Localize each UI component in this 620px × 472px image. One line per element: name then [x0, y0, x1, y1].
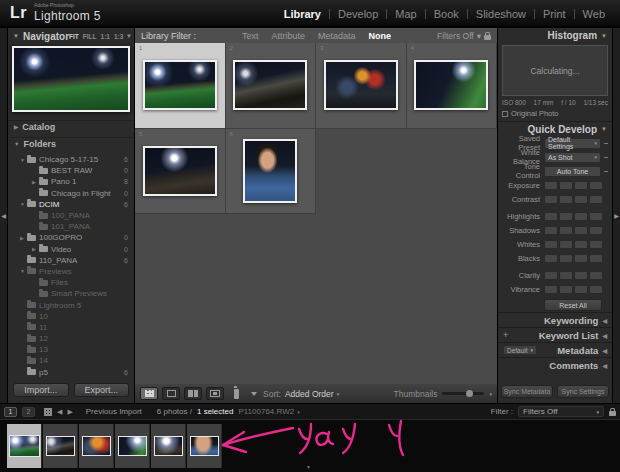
- decrease-button[interactable]: [559, 195, 573, 204]
- decrease-button[interactable]: [559, 226, 573, 235]
- folder-row[interactable]: Files: [8, 277, 134, 288]
- second-window-button[interactable]: 2: [22, 407, 35, 417]
- zoom-1-1-option[interactable]: 1:1: [101, 33, 110, 40]
- disclosure-triangle-icon[interactable]: ▶: [32, 179, 39, 185]
- slider-thumb[interactable]: [466, 390, 473, 397]
- add-keyword-icon[interactable]: +: [503, 330, 508, 340]
- original-photo-checkbox[interactable]: [502, 111, 508, 117]
- folder-row[interactable]: ▼Chicago 5-17-156: [8, 154, 134, 165]
- panel-switch[interactable]: [604, 171, 608, 172]
- folder-row[interactable]: 12: [8, 333, 134, 344]
- metadata-preset-dropdown[interactable]: Default▾: [503, 345, 537, 355]
- grid-cell[interactable]: 2: [226, 43, 317, 129]
- decrease-button[interactable]: [559, 181, 573, 190]
- decrease-button[interactable]: [559, 285, 573, 294]
- go-forward-icon[interactable]: ▶: [67, 408, 72, 416]
- folder-row-selected[interactable]: ▼DCIM6: [8, 199, 134, 210]
- main-window-button[interactable]: 1: [4, 407, 17, 417]
- filename-dropdown[interactable]: P1100764.RW2 ▾: [238, 407, 299, 416]
- grid-cell[interactable]: 3: [316, 43, 407, 129]
- module-web[interactable]: Web: [575, 8, 613, 20]
- module-print[interactable]: Print: [535, 8, 574, 20]
- zoom-fit-option[interactable]: FIT: [69, 33, 79, 40]
- filter-tab-text[interactable]: Text: [242, 31, 259, 41]
- increase-button[interactable]: [574, 195, 588, 204]
- metadata-header[interactable]: Default▾ Metadata ◀: [498, 342, 612, 357]
- module-book[interactable]: Book: [426, 8, 467, 20]
- increase-large-button[interactable]: [589, 181, 603, 190]
- photo-thumbnail-crowd-fans[interactable]: [324, 60, 398, 110]
- right-panel-collapse-strip[interactable]: ▶: [613, 28, 620, 403]
- disclosure-triangle-icon[interactable]: ▼: [20, 157, 27, 163]
- grid-cell[interactable]: 6: [226, 129, 317, 215]
- filmstrip-thumb[interactable]: [115, 424, 150, 468]
- filter-tab-none[interactable]: None: [369, 31, 392, 41]
- photo-thumbnail-stadium-stands[interactable]: [233, 60, 307, 110]
- grid-cell[interactable]: 4: [407, 43, 498, 129]
- decrease-large-button[interactable]: [544, 254, 558, 263]
- decrease-button[interactable]: [559, 240, 573, 249]
- folders-panel-header[interactable]: ▼ Folders: [8, 137, 134, 150]
- filmstrip-thumb[interactable]: [43, 424, 78, 468]
- grid-shortcut-icon[interactable]: [44, 408, 52, 416]
- folder-row[interactable]: ▶Pano 18: [8, 176, 134, 187]
- histogram-header[interactable]: Histogram ▼: [498, 28, 612, 43]
- decrease-large-button[interactable]: [544, 285, 558, 294]
- sync-metadata-button[interactable]: Sync Metadata: [501, 385, 553, 398]
- filmstrip-filter-dropdown[interactable]: Filters Off ▾: [518, 406, 604, 417]
- filter-lock-icon[interactable]: [609, 411, 616, 416]
- reset-all-button[interactable]: Reset All: [544, 299, 602, 311]
- photo-thumbnail-portrait-girl[interactable]: [243, 139, 297, 203]
- increase-button[interactable]: [574, 285, 588, 294]
- increase-large-button[interactable]: [589, 195, 603, 204]
- source-name[interactable]: Previous Import: [86, 407, 142, 416]
- white-balance-dropdown[interactable]: As Shot▾: [544, 152, 601, 163]
- zoom-ratio-option[interactable]: 1:3: [114, 33, 123, 40]
- catalog-panel-header[interactable]: ▶ Catalog: [8, 120, 134, 133]
- increase-large-button[interactable]: [589, 226, 603, 235]
- compare-view-button[interactable]: [184, 387, 202, 400]
- loupe-view-button[interactable]: [162, 387, 180, 400]
- filter-preset-dropdown[interactable]: Filters Off ▾: [437, 31, 491, 41]
- folder-row[interactable]: 10: [8, 311, 134, 322]
- decrease-large-button[interactable]: [544, 226, 558, 235]
- panel-switch[interactable]: [604, 143, 608, 144]
- folder-row[interactable]: Lightroom 5: [8, 299, 134, 310]
- decrease-button[interactable]: [559, 271, 573, 280]
- folder-row[interactable]: BEST RAW0: [8, 165, 134, 176]
- photo-thumbnail-stadium-side[interactable]: [414, 60, 488, 110]
- zoom-ratio-dropdown-icon[interactable]: ▾: [127, 32, 130, 40]
- sort-direction-icon[interactable]: [251, 392, 257, 396]
- export-button[interactable]: Export...: [74, 383, 130, 397]
- decrease-large-button[interactable]: [544, 212, 558, 221]
- thumbnail-size-slider[interactable]: [442, 392, 484, 395]
- filmstrip-thumb[interactable]: [79, 424, 114, 468]
- folder-row[interactable]: p56: [8, 367, 134, 378]
- module-map[interactable]: Map: [387, 8, 424, 20]
- comments-header[interactable]: Comments ◀: [498, 357, 612, 372]
- increase-large-button[interactable]: [589, 240, 603, 249]
- increase-large-button[interactable]: [589, 285, 603, 294]
- filter-tab-attribute[interactable]: Attribute: [272, 31, 306, 41]
- disclosure-triangle-icon[interactable]: ▶: [20, 235, 27, 241]
- filmstrip-thumb-selected[interactable]: [7, 424, 42, 468]
- folder-row[interactable]: Chicago in Flight0: [8, 188, 134, 199]
- increase-large-button[interactable]: [589, 212, 603, 221]
- grid-cell-selected[interactable]: 1: [135, 43, 226, 129]
- folder-row[interactable]: 11: [8, 322, 134, 333]
- keywording-header[interactable]: Keywording ◀: [498, 312, 612, 327]
- decrease-large-button[interactable]: [544, 195, 558, 204]
- grid-view-button[interactable]: [140, 387, 158, 400]
- filter-lock-icon[interactable]: [484, 35, 491, 40]
- auto-tone-button[interactable]: Auto Tone: [544, 166, 601, 177]
- module-library[interactable]: Library: [276, 8, 329, 20]
- panel-switch[interactable]: [604, 157, 608, 158]
- decrease-large-button[interactable]: [544, 240, 558, 249]
- sort-order-dropdown[interactable]: Added Order ▾: [285, 389, 339, 399]
- folder-row[interactable]: 101_PANA: [8, 221, 134, 232]
- photo-thumbnail-crowd-night[interactable]: [143, 146, 217, 196]
- photo-thumbnail-stadium-field[interactable]: [143, 60, 217, 110]
- module-slideshow[interactable]: Slideshow: [468, 8, 534, 20]
- folder-row[interactable]: ▼Previews: [8, 266, 134, 277]
- increase-button[interactable]: [574, 240, 588, 249]
